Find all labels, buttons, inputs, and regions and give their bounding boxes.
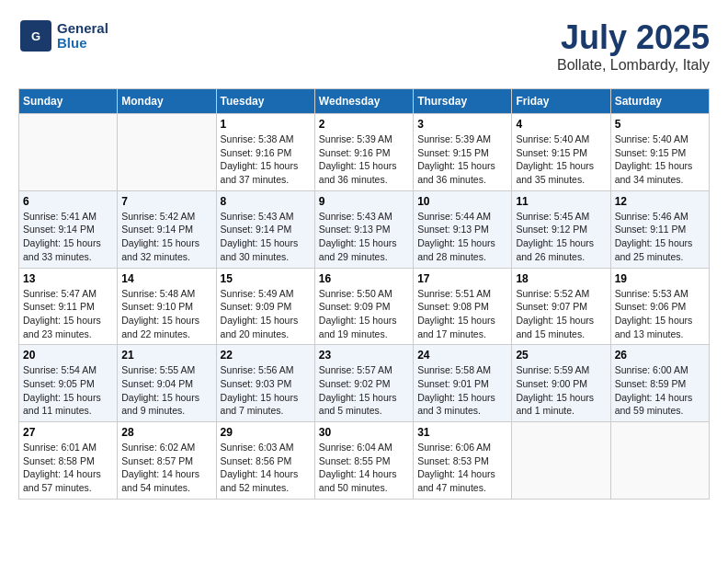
day-info: Sunrise: 5:52 AM Sunset: 9:07 PM Dayligh…: [516, 287, 606, 341]
day-number: 23: [319, 349, 409, 362]
weekday-header-friday: Friday: [512, 89, 610, 114]
day-number: 1: [221, 118, 311, 131]
day-number: 15: [221, 272, 311, 285]
page-header: G General Blue July 2025 Bollate, Lombar…: [18, 18, 710, 74]
calendar-cell: 22Sunrise: 5:56 AM Sunset: 9:03 PM Dayli…: [216, 345, 314, 422]
day-info: Sunrise: 5:39 AM Sunset: 9:16 PM Dayligh…: [319, 132, 409, 187]
day-info: Sunrise: 5:39 AM Sunset: 9:15 PM Dayligh…: [417, 132, 507, 187]
calendar-cell: 14Sunrise: 5:48 AM Sunset: 9:10 PM Dayli…: [118, 268, 216, 345]
logo-general: General: [57, 21, 108, 37]
day-number: 7: [121, 195, 211, 208]
calendar-cell: [19, 114, 118, 191]
day-info: Sunrise: 5:48 AM Sunset: 9:10 PM Dayligh…: [121, 287, 211, 341]
calendar-cell: 20Sunrise: 5:54 AM Sunset: 9:05 PM Dayli…: [19, 345, 118, 422]
day-info: Sunrise: 5:44 AM Sunset: 9:13 PM Dayligh…: [417, 210, 507, 264]
day-info: Sunrise: 6:06 AM Sunset: 8:53 PM Dayligh…: [417, 441, 507, 495]
day-info: Sunrise: 5:47 AM Sunset: 9:11 PM Dayligh…: [23, 287, 113, 341]
day-number: 9: [319, 195, 409, 208]
day-number: 14: [121, 272, 211, 285]
day-number: 26: [615, 349, 705, 362]
day-info: Sunrise: 5:38 AM Sunset: 9:16 PM Dayligh…: [221, 132, 311, 187]
day-number: 2: [319, 118, 409, 131]
day-info: Sunrise: 5:55 AM Sunset: 9:04 PM Dayligh…: [121, 363, 211, 418]
calendar-week-row: 6Sunrise: 5:41 AM Sunset: 9:14 PM Daylig…: [19, 190, 710, 268]
calendar-cell: 6Sunrise: 5:41 AM Sunset: 9:14 PM Daylig…: [19, 190, 118, 268]
day-number: 22: [221, 349, 311, 362]
calendar-cell: 21Sunrise: 5:55 AM Sunset: 9:04 PM Dayli…: [118, 345, 216, 422]
weekday-header-saturday: Saturday: [610, 89, 709, 114]
calendar-header-row: SundayMondayTuesdayWednesdayThursdayFrid…: [19, 89, 710, 114]
day-info: Sunrise: 5:54 AM Sunset: 9:05 PM Dayligh…: [23, 363, 113, 418]
weekday-header-wednesday: Wednesday: [314, 89, 413, 114]
day-number: 24: [417, 349, 507, 362]
day-number: 8: [221, 195, 311, 208]
calendar-cell: [118, 114, 216, 191]
day-number: 27: [23, 426, 113, 439]
calendar-cell: 3Sunrise: 5:39 AM Sunset: 9:15 PM Daylig…: [414, 114, 512, 191]
title-block: July 2025 Bollate, Lombardy, Italy: [557, 18, 710, 74]
calendar-week-row: 13Sunrise: 5:47 AM Sunset: 9:11 PM Dayli…: [19, 268, 710, 345]
day-number: 4: [516, 118, 606, 131]
day-info: Sunrise: 5:43 AM Sunset: 9:14 PM Dayligh…: [221, 210, 311, 264]
day-number: 10: [417, 195, 507, 208]
day-info: Sunrise: 5:58 AM Sunset: 9:01 PM Dayligh…: [417, 363, 507, 418]
calendar-cell: 2Sunrise: 5:39 AM Sunset: 9:16 PM Daylig…: [314, 114, 413, 191]
calendar-cell: 9Sunrise: 5:43 AM Sunset: 9:13 PM Daylig…: [314, 190, 413, 268]
day-info: Sunrise: 6:03 AM Sunset: 8:56 PM Dayligh…: [221, 441, 311, 495]
month-year-title: July 2025: [557, 18, 710, 57]
day-number: 25: [516, 349, 606, 362]
day-number: 19: [615, 272, 705, 285]
day-info: Sunrise: 5:41 AM Sunset: 9:14 PM Dayligh…: [23, 210, 113, 264]
day-info: Sunrise: 6:02 AM Sunset: 8:57 PM Dayligh…: [121, 441, 211, 495]
calendar-cell: 13Sunrise: 5:47 AM Sunset: 9:11 PM Dayli…: [19, 268, 118, 345]
day-info: Sunrise: 5:51 AM Sunset: 9:08 PM Dayligh…: [417, 287, 507, 341]
calendar-cell: 24Sunrise: 5:58 AM Sunset: 9:01 PM Dayli…: [414, 345, 512, 422]
calendar-cell: 4Sunrise: 5:40 AM Sunset: 9:15 PM Daylig…: [512, 114, 610, 191]
calendar-cell: 18Sunrise: 5:52 AM Sunset: 9:07 PM Dayli…: [512, 268, 610, 345]
day-number: 30: [319, 426, 409, 439]
calendar-cell: 8Sunrise: 5:43 AM Sunset: 9:14 PM Daylig…: [216, 190, 314, 268]
day-number: 18: [516, 272, 606, 285]
logo-icon: G: [18, 18, 53, 53]
day-number: 5: [615, 118, 705, 131]
calendar-cell: 12Sunrise: 5:46 AM Sunset: 9:11 PM Dayli…: [610, 190, 709, 268]
day-number: 16: [319, 272, 409, 285]
weekday-header-monday: Monday: [118, 89, 216, 114]
calendar-cell: 7Sunrise: 5:42 AM Sunset: 9:14 PM Daylig…: [118, 190, 216, 268]
day-number: 21: [121, 349, 211, 362]
logo-blue: Blue: [57, 36, 108, 52]
calendar-cell: 5Sunrise: 5:40 AM Sunset: 9:15 PM Daylig…: [610, 114, 709, 191]
day-info: Sunrise: 5:40 AM Sunset: 9:15 PM Dayligh…: [615, 132, 705, 187]
day-number: 12: [615, 195, 705, 208]
calendar-cell: 29Sunrise: 6:03 AM Sunset: 8:56 PM Dayli…: [216, 422, 314, 500]
location-subtitle: Bollate, Lombardy, Italy: [557, 57, 710, 74]
day-info: Sunrise: 5:42 AM Sunset: 9:14 PM Dayligh…: [121, 210, 211, 264]
calendar-week-row: 20Sunrise: 5:54 AM Sunset: 9:05 PM Dayli…: [19, 345, 710, 422]
calendar-cell: 15Sunrise: 5:49 AM Sunset: 9:09 PM Dayli…: [216, 268, 314, 345]
day-info: Sunrise: 5:46 AM Sunset: 9:11 PM Dayligh…: [615, 210, 705, 264]
weekday-header-tuesday: Tuesday: [216, 89, 314, 114]
day-info: Sunrise: 5:45 AM Sunset: 9:12 PM Dayligh…: [516, 210, 606, 264]
weekday-header-sunday: Sunday: [19, 89, 118, 114]
day-info: Sunrise: 5:50 AM Sunset: 9:09 PM Dayligh…: [319, 287, 409, 341]
day-info: Sunrise: 5:53 AM Sunset: 9:06 PM Dayligh…: [615, 287, 705, 341]
calendar-cell: 19Sunrise: 5:53 AM Sunset: 9:06 PM Dayli…: [610, 268, 709, 345]
calendar-cell: 1Sunrise: 5:38 AM Sunset: 9:16 PM Daylig…: [216, 114, 314, 191]
day-info: Sunrise: 5:49 AM Sunset: 9:09 PM Dayligh…: [221, 287, 311, 341]
day-number: 13: [23, 272, 113, 285]
day-number: 29: [221, 426, 311, 439]
calendar-cell: 27Sunrise: 6:01 AM Sunset: 8:58 PM Dayli…: [19, 422, 118, 500]
calendar-cell: 26Sunrise: 6:00 AM Sunset: 8:59 PM Dayli…: [610, 345, 709, 422]
day-number: 20: [23, 349, 113, 362]
day-info: Sunrise: 6:01 AM Sunset: 8:58 PM Dayligh…: [23, 441, 113, 495]
calendar-cell: 23Sunrise: 5:57 AM Sunset: 9:02 PM Dayli…: [314, 345, 413, 422]
svg-text:G: G: [31, 29, 40, 43]
day-number: 6: [23, 195, 113, 208]
day-number: 3: [417, 118, 507, 131]
calendar-cell: 11Sunrise: 5:45 AM Sunset: 9:12 PM Dayli…: [512, 190, 610, 268]
calendar-cell: 17Sunrise: 5:51 AM Sunset: 9:08 PM Dayli…: [414, 268, 512, 345]
day-info: Sunrise: 5:59 AM Sunset: 9:00 PM Dayligh…: [516, 363, 606, 418]
day-info: Sunrise: 5:43 AM Sunset: 9:13 PM Dayligh…: [319, 210, 409, 264]
calendar-cell: 30Sunrise: 6:04 AM Sunset: 8:55 PM Dayli…: [314, 422, 413, 500]
logo: G General Blue: [18, 18, 108, 53]
